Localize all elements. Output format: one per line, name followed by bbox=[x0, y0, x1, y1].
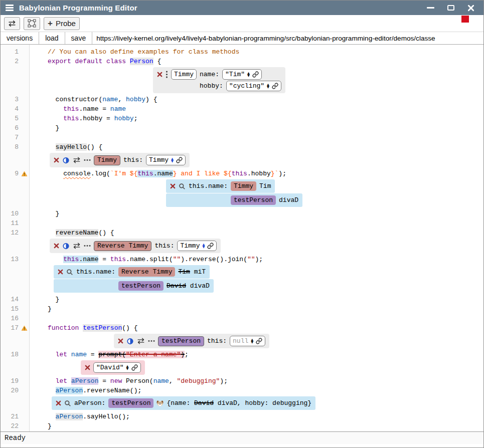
line-number[interactable]: 3 bbox=[1, 95, 21, 104]
code-line[interactable]: aPerson.reverseName(); bbox=[48, 386, 483, 395]
delete-probe-button[interactable] bbox=[170, 183, 176, 189]
line-number[interactable]: 1 bbox=[1, 47, 21, 57]
line-number[interactable]: 12 bbox=[1, 228, 21, 238]
gutter-cell[interactable]: 13 bbox=[1, 255, 30, 264]
gutter-cell[interactable] bbox=[1, 238, 30, 255]
link-icon[interactable] bbox=[131, 364, 138, 371]
swap-arrows-icon[interactable] bbox=[73, 243, 81, 249]
delete-probe-button[interactable] bbox=[56, 400, 61, 406]
delete-annotation-button[interactable] bbox=[54, 157, 59, 163]
gutter-cell[interactable] bbox=[1, 395, 30, 412]
code-line[interactable]: // You can also define examples for clas… bbox=[48, 47, 483, 57]
gutter-cell[interactable]: 10 bbox=[1, 209, 30, 218]
code-line[interactable]: export default class Person { bbox=[48, 57, 483, 66]
example-badge[interactable]: testPerson bbox=[158, 336, 204, 346]
line-number[interactable]: 19 bbox=[1, 376, 21, 386]
gutter-cell[interactable] bbox=[1, 264, 30, 295]
gutter-cell[interactable]: 12 bbox=[1, 228, 30, 238]
line-number[interactable]: 13 bbox=[1, 255, 21, 264]
save-button[interactable]: save bbox=[65, 32, 93, 44]
gutter-cell[interactable]: 20 bbox=[1, 386, 30, 395]
gutter-cell[interactable]: 19 bbox=[1, 376, 30, 386]
line-number[interactable]: 14 bbox=[1, 295, 21, 304]
gutter-cell[interactable]: 8 bbox=[1, 142, 30, 152]
code-line[interactable]: } bbox=[48, 209, 483, 218]
line-number[interactable]: 8 bbox=[1, 142, 21, 152]
code-line[interactable]: function testPerson() { bbox=[48, 323, 483, 333]
code-line[interactable]: } bbox=[48, 304, 483, 314]
this-value-box[interactable]: Timmy▲▼ bbox=[146, 155, 186, 165]
example-badge[interactable]: testPerson bbox=[231, 195, 276, 205]
stepper-icon[interactable]: ▲▼ bbox=[202, 244, 205, 249]
gutter-cell[interactable]: 9 bbox=[1, 169, 30, 178]
load-button[interactable]: load bbox=[39, 32, 65, 44]
toggle-icon[interactable] bbox=[62, 243, 70, 250]
line-number[interactable]: 6 bbox=[1, 123, 21, 133]
minimize-icon[interactable] bbox=[427, 7, 434, 9]
menu-icon[interactable] bbox=[6, 5, 14, 11]
add-probe-button[interactable]: +Probe bbox=[44, 17, 80, 30]
link-icon[interactable] bbox=[252, 71, 259, 78]
gutter-cell[interactable]: 6 bbox=[1, 123, 30, 133]
line-number[interactable]: 22 bbox=[1, 421, 21, 431]
delete-annotation-button[interactable] bbox=[118, 338, 123, 344]
toggle-icon[interactable] bbox=[126, 338, 134, 345]
example-badge[interactable]: Reverse Timmy bbox=[118, 267, 175, 277]
gutter-cell[interactable]: 15 bbox=[1, 304, 30, 314]
swap-arrows-icon[interactable] bbox=[73, 157, 81, 163]
gutter-cell[interactable]: 7 bbox=[1, 133, 30, 142]
gutter-cell[interactable]: 17 bbox=[1, 323, 30, 333]
more-icon[interactable] bbox=[84, 159, 91, 161]
toggle-icon[interactable] bbox=[62, 157, 70, 164]
this-value-box[interactable]: Timmy▲▼ bbox=[177, 241, 217, 251]
gutter-cell[interactable]: 16 bbox=[1, 314, 30, 323]
line-number[interactable]: 15 bbox=[1, 304, 21, 314]
code-line[interactable]: constructor(name, hobby) { bbox=[48, 95, 483, 104]
versions-button[interactable]: versions bbox=[1, 32, 39, 44]
gutter-cell[interactable]: 22 bbox=[1, 421, 30, 431]
example-badge[interactable]: Timmy bbox=[94, 155, 120, 165]
code-line[interactable]: sayHello() { bbox=[48, 142, 483, 152]
stepper-icon[interactable]: ▲▼ bbox=[247, 72, 250, 77]
drag-handle-icon[interactable] bbox=[166, 71, 168, 78]
line-number[interactable]: 7 bbox=[1, 133, 21, 142]
gutter-cell[interactable]: 5 bbox=[1, 114, 30, 123]
url-input[interactable]: https://lively-kernel.org/lively4/lively… bbox=[92, 32, 483, 44]
gutter-cell[interactable] bbox=[1, 152, 30, 169]
line-number[interactable]: 20 bbox=[1, 386, 21, 395]
code-line[interactable]: aPerson.sayHello(); bbox=[48, 412, 483, 421]
code-line[interactable]: this.name = this.name.split("").reverse(… bbox=[48, 255, 483, 264]
example-badge[interactable]: Timmy bbox=[231, 181, 256, 191]
delete-replacement-button[interactable] bbox=[85, 365, 90, 370]
stepper-icon[interactable]: ▲▼ bbox=[126, 365, 129, 370]
code-line[interactable]: let name = prompt("Enter a name"); bbox=[48, 350, 483, 359]
line-number[interactable]: 10 bbox=[1, 209, 21, 218]
gutter-cell[interactable]: 3 bbox=[1, 95, 30, 104]
stepper-icon[interactable]: ▲▼ bbox=[171, 158, 174, 163]
code-line[interactable]: console.log(`I'm ${this.name} and I like… bbox=[48, 169, 483, 178]
swap-arrows-button[interactable] bbox=[4, 17, 20, 30]
example-name-box[interactable]: Timmy bbox=[171, 69, 197, 80]
gutter-cell[interactable]: 18 bbox=[1, 350, 30, 359]
example-badge[interactable]: testPerson bbox=[108, 398, 153, 408]
gutter-cell[interactable] bbox=[1, 333, 30, 350]
maximize-icon[interactable] bbox=[447, 5, 454, 11]
gutter-cell[interactable] bbox=[1, 178, 30, 209]
magnifier-icon[interactable] bbox=[179, 183, 186, 190]
magnifier-icon[interactable] bbox=[64, 400, 71, 407]
line-number[interactable]: 2 bbox=[1, 57, 21, 66]
line-number[interactable]: 18 bbox=[1, 350, 21, 359]
line-number[interactable]: 17 bbox=[1, 323, 21, 333]
gutter-cell[interactable]: 4 bbox=[1, 104, 30, 114]
param-value-box[interactable]: "Tim"▲▼ bbox=[222, 69, 262, 80]
line-number[interactable]: 21 bbox=[1, 412, 21, 421]
code-line[interactable]: this.hobby = hobby; bbox=[48, 114, 483, 123]
swap-arrows-icon[interactable] bbox=[137, 338, 145, 344]
code-line[interactable]: let aPerson = new Person(name, "debuggin… bbox=[48, 376, 483, 386]
code-editor[interactable]: 1// You can also define examples for cla… bbox=[1, 45, 483, 431]
line-number[interactable]: 5 bbox=[1, 114, 21, 123]
stepper-icon[interactable]: ▲▼ bbox=[251, 339, 253, 344]
stepper-icon[interactable]: ▲▼ bbox=[267, 84, 269, 89]
gutter-cell[interactable]: 21 bbox=[1, 412, 30, 421]
example-badge[interactable]: Reverse Timmy bbox=[94, 241, 151, 251]
